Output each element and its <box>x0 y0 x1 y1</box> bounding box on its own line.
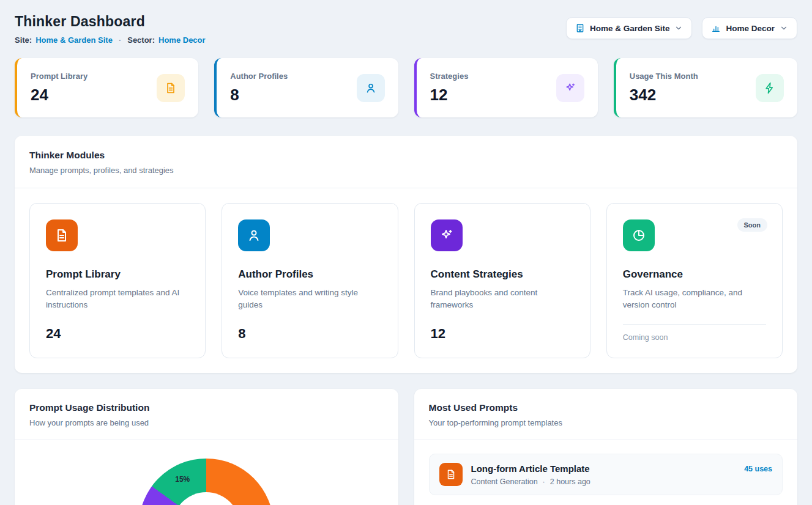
user-icon <box>365 82 377 94</box>
sparkle-star-icon <box>564 82 576 94</box>
stat-text: Author Profiles 8 <box>230 72 288 105</box>
module-description: Brand playbooks and content frameworks <box>431 287 574 312</box>
divider <box>15 440 398 440</box>
module-value: 12 <box>431 326 574 342</box>
usage-donut: 15% <box>139 459 274 505</box>
header-left: Thinker Dashboard Site: Home & Garden Si… <box>15 13 206 45</box>
stat-value: 12 <box>430 86 469 105</box>
stats-row: Prompt Library 24 Author Profiles 8 Stra… <box>15 58 797 117</box>
meta-separator: · <box>119 35 121 45</box>
chevron-down-icon <box>674 24 683 32</box>
site-selector-label: Home & Garden Site <box>590 24 670 33</box>
usage-title: Prompt Usage Distribution <box>29 402 384 413</box>
sector-selector-dropdown[interactable]: Home Decor <box>702 17 797 39</box>
stat-card-strategies: Strategies 12 <box>414 58 598 117</box>
sparkle-star-icon <box>439 228 454 243</box>
donut-chart-area: 15% <box>15 459 398 505</box>
prompts-card-header: Most Used Prompts Your top-performing pr… <box>414 389 798 440</box>
module-icon-chip <box>623 219 655 251</box>
module-title: Author Profiles <box>238 268 381 281</box>
stat-icon-chip <box>157 74 185 102</box>
sector-selector-label: Home Decor <box>726 24 775 33</box>
stat-label: Strategies <box>430 72 469 81</box>
stat-icon-chip <box>756 74 784 102</box>
usage-subtitle: How your prompts are being used <box>29 418 384 427</box>
coming-soon-text: Coming soon <box>623 324 766 342</box>
most-used-prompts-card: Most Used Prompts Your top-performing pr… <box>414 389 798 505</box>
module-title: Governance <box>623 268 766 281</box>
prompt-time: 2 hours ago <box>550 477 590 486</box>
stat-value: 8 <box>230 86 288 105</box>
page-title: Thinker Dashboard <box>15 13 206 30</box>
soon-badge: Soon <box>737 218 768 232</box>
modules-title: Thinker Modules <box>29 150 783 161</box>
module-icon-chip <box>46 219 78 251</box>
modules-subtitle: Manage prompts, profiles, and strategies <box>29 166 783 175</box>
stat-label: Author Profiles <box>230 72 288 81</box>
modules-grid: Prompt Library Centralized prompt templa… <box>15 188 797 373</box>
module-card-governance[interactable]: Soon Governance Track AI usage, complian… <box>606 203 783 358</box>
module-description: Centralized prompt templates and AI inst… <box>46 287 189 312</box>
prompt-item-meta: Content Generation · 2 hours ago <box>471 477 590 486</box>
stat-label: Usage This Month <box>630 72 698 81</box>
site-link[interactable]: Home & Garden Site <box>35 35 113 45</box>
prompt-list-item[interactable]: Long-form Article Template Content Gener… <box>429 454 783 495</box>
module-value: 8 <box>238 326 381 342</box>
stat-card-author-profiles: Author Profiles 8 <box>214 58 398 117</box>
modules-panel-header: Thinker Modules Manage prompts, profiles… <box>15 136 797 188</box>
building-icon <box>575 23 585 33</box>
document-icon <box>445 469 456 480</box>
document-icon <box>165 82 177 94</box>
stat-card-usage: Usage This Month 342 <box>614 58 797 117</box>
prompt-text: Long-form Article Template Content Gener… <box>471 463 590 486</box>
breadcrumb: Site: Home & Garden Site · Sector: Home … <box>15 35 206 45</box>
stat-card-prompt-library: Prompt Library 24 <box>15 58 198 117</box>
stat-icon-chip <box>357 74 385 102</box>
usage-card-header: Prompt Usage Distribution How your promp… <box>15 389 398 440</box>
prompt-category: Content Generation <box>471 477 538 486</box>
module-value: 24 <box>46 326 189 342</box>
module-card-author-profiles[interactable]: Author Profiles Voice templates and writ… <box>222 203 398 358</box>
module-title: Content Strategies <box>431 268 574 281</box>
stat-icon-chip <box>556 74 584 102</box>
header-actions: Home & Garden Site Home Decor <box>566 17 797 39</box>
stat-value: 24 <box>31 86 88 105</box>
divider <box>414 440 798 440</box>
module-card-content-strategies[interactable]: Content Strategies Brand playbooks and c… <box>414 203 590 358</box>
lightning-icon <box>764 82 776 94</box>
prompt-item-title: Long-form Article Template <box>471 463 590 474</box>
bottom-row: Prompt Usage Distribution How your promp… <box>15 389 797 505</box>
thinker-modules-panel: Thinker Modules Manage prompts, profiles… <box>15 136 797 373</box>
module-icon-chip <box>431 219 463 251</box>
prompts-title: Most Used Prompts <box>429 402 783 413</box>
page-header: Thinker Dashboard Site: Home & Garden Si… <box>15 13 797 45</box>
module-icon-chip <box>238 219 270 251</box>
sector-label: Sector: <box>127 35 155 45</box>
usage-distribution-card: Prompt Usage Distribution How your promp… <box>15 389 398 505</box>
pie-chart-icon <box>631 228 646 243</box>
prompt-icon-chip <box>439 463 463 486</box>
stat-text: Strategies 12 <box>430 72 469 105</box>
stat-label: Prompt Library <box>31 72 88 81</box>
dashboard-page: Thinker Dashboard Site: Home & Garden Si… <box>0 0 812 505</box>
site-label: Site: <box>15 35 32 45</box>
site-selector-dropdown[interactable]: Home & Garden Site <box>566 17 693 39</box>
meta-separator: · <box>543 477 545 486</box>
module-description: Track AI usage, compliance, and version … <box>623 287 766 312</box>
prompts-subtitle: Your top-performing prompt templates <box>429 418 783 427</box>
user-icon <box>247 228 261 243</box>
prompt-uses-badge: 45 uses <box>744 463 772 473</box>
module-title: Prompt Library <box>46 268 189 281</box>
module-card-prompt-library[interactable]: Prompt Library Centralized prompt templa… <box>29 203 206 358</box>
bar-chart-icon <box>711 23 721 33</box>
stat-text: Prompt Library 24 <box>31 72 88 105</box>
document-icon <box>54 228 69 243</box>
module-description: Voice templates and writing style guides <box>238 287 381 312</box>
chevron-down-icon <box>780 24 788 32</box>
donut-data-label: 15% <box>175 475 190 484</box>
stat-text: Usage This Month 342 <box>630 72 698 105</box>
sector-link[interactable]: Home Decor <box>158 35 206 45</box>
stat-value: 342 <box>630 86 698 105</box>
